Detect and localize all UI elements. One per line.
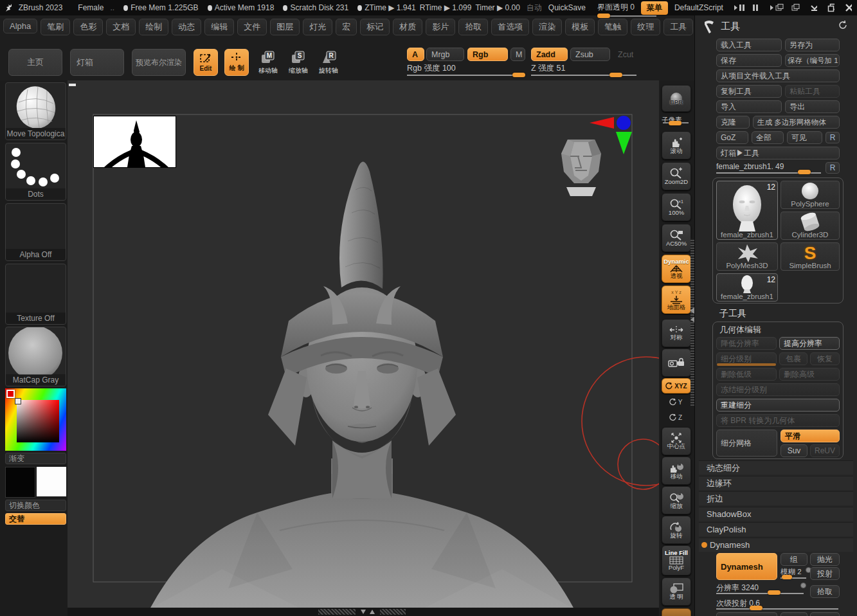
menu-button[interactable]: 菜单 bbox=[641, 1, 668, 15]
load-from-project-button[interactable]: 从项目文件载入工具 bbox=[716, 69, 840, 82]
mrgb-a-button[interactable]: A bbox=[407, 48, 424, 61]
menu-item-brush[interactable]: 笔刷 bbox=[41, 19, 70, 35]
rotate-3d-button[interactable]: 旋转 bbox=[662, 516, 691, 544]
color-picker[interactable] bbox=[5, 388, 66, 451]
load-tool-button[interactable]: 载入工具 bbox=[716, 39, 782, 51]
zadd-button[interactable]: Zadd bbox=[531, 48, 568, 61]
menu-item-render[interactable]: 渲染 bbox=[532, 19, 562, 35]
del-lower-button[interactable]: 删除低级 bbox=[716, 368, 777, 381]
reuv-button[interactable]: ReUV bbox=[810, 444, 840, 457]
goz-button[interactable]: GoZ bbox=[716, 131, 748, 144]
alpha-swatch[interactable]: Alpha Off bbox=[5, 203, 66, 261]
active-tool-slider[interactable]: female_zbrush1. 49 bbox=[716, 162, 822, 171]
divider-left-right-icons[interactable] bbox=[734, 3, 760, 12]
resolution-handle[interactable] bbox=[768, 590, 780, 595]
tool-thumb-female-large[interactable]: 12 female_zbrush1 bbox=[716, 181, 778, 240]
make-polymesh-button[interactable]: 生成 多边形网格物体 bbox=[753, 116, 840, 129]
freeze-subdiv-button[interactable]: 冻结细分级别 bbox=[716, 383, 840, 396]
ui-opacity-slider[interactable]: 界面透明 0 bbox=[597, 2, 635, 14]
resolution-slider[interactable]: 分辨率 3240 bbox=[716, 583, 805, 593]
secondary-color-swatch[interactable] bbox=[37, 467, 66, 496]
scale-axis-button[interactable]: S 缩放轴 bbox=[285, 50, 312, 76]
zcut-button[interactable]: Zcut bbox=[613, 48, 641, 61]
zsub-button[interactable]: Zsub bbox=[570, 48, 610, 61]
menu-item-movie[interactable]: 影片 bbox=[426, 19, 455, 35]
rotate-y-button[interactable]: Y bbox=[662, 395, 690, 409]
menu-item-color[interactable]: 色彩 bbox=[73, 19, 103, 35]
edit-button[interactable]: Edit bbox=[194, 49, 218, 76]
clipped-button[interactable] bbox=[780, 612, 807, 616]
menu-item-macro[interactable]: 宏 bbox=[336, 19, 357, 35]
clone-button[interactable]: 克隆 bbox=[716, 116, 750, 129]
preview-boolean-button[interactable]: 预览布尔渲染 bbox=[132, 49, 186, 76]
main-color-swatch[interactable] bbox=[5, 467, 35, 498]
tool-thumb-cylinder[interactable]: Cylinder3D bbox=[780, 212, 840, 240]
dynamesh-group-button[interactable]: 组 bbox=[780, 553, 807, 566]
dynamesh-button[interactable]: Dynamesh bbox=[716, 553, 777, 580]
tool-thumb-polysphere[interactable]: PolySphere bbox=[780, 181, 840, 209]
mrgb-button[interactable]: Mrgb bbox=[426, 48, 464, 61]
scroll-button[interactable]: 滚动 bbox=[662, 131, 691, 159]
zscript-name[interactable]: DefaultZScript bbox=[674, 3, 723, 12]
menu-item-draw[interactable]: 绘制 bbox=[139, 19, 168, 35]
section-shadowbox[interactable]: ShadowBox bbox=[699, 507, 853, 521]
menu-item-file[interactable]: 文件 bbox=[237, 19, 267, 35]
menu-item-picker[interactable]: 拾取 bbox=[458, 19, 488, 35]
active-tool-handle[interactable] bbox=[798, 170, 811, 174]
rgb-button[interactable]: Rgb bbox=[467, 48, 508, 61]
quicksave-button[interactable]: QuickSave bbox=[548, 3, 586, 12]
actual-size-button[interactable]: ×1 100% bbox=[662, 193, 691, 221]
set-pivot-button[interactable]: 中心点 bbox=[662, 427, 691, 455]
menu-item-layer[interactable]: 图层 bbox=[270, 19, 300, 35]
texture-swatch[interactable]: Texture Off bbox=[5, 264, 66, 325]
geometry-title[interactable]: 几何体编辑 bbox=[719, 324, 761, 336]
section-dynamesh[interactable]: Dynamesh bbox=[699, 538, 853, 552]
m-button[interactable]: M bbox=[510, 48, 525, 61]
brush-swatch[interactable]: Move Topologica bbox=[5, 82, 66, 140]
panel-reset-icon[interactable] bbox=[838, 20, 848, 30]
strip-partial-button[interactable] bbox=[662, 608, 691, 616]
save-as-button[interactable]: 另存为 bbox=[785, 39, 840, 51]
goz-visible-button[interactable]: 可见 bbox=[787, 131, 822, 144]
symmetry-button[interactable]: 对称 bbox=[662, 319, 691, 347]
rotate-xyz-button[interactable]: XYZ bbox=[662, 378, 691, 394]
antialias-half-button[interactable]: AC50% bbox=[662, 224, 691, 252]
resolution-dot[interactable] bbox=[800, 583, 806, 588]
hue-cursor[interactable] bbox=[6, 390, 15, 398]
save-inc-button[interactable]: 保存（编号加 1） bbox=[785, 54, 840, 67]
zoom2d-button[interactable]: Zoom2D bbox=[662, 162, 691, 190]
section-crease[interactable]: 折边 bbox=[699, 491, 853, 505]
auto-toggle[interactable]: 自动 bbox=[527, 3, 542, 14]
perspective-button[interactable]: Dynamic 透视 bbox=[662, 255, 691, 283]
z-intensity-slider[interactable]: Z 强度 51 bbox=[531, 63, 637, 74]
transparent-button[interactable]: 透 明 bbox=[662, 577, 691, 606]
tool-thumb-polymesh3d[interactable]: PolyMesh3D bbox=[716, 242, 778, 271]
rotate-axis-button[interactable]: R 旋转轴 bbox=[315, 50, 342, 76]
divide-button[interactable]: 细分网格 bbox=[716, 430, 777, 457]
scale-3d-button[interactable]: 缩放 bbox=[662, 486, 691, 514]
save-button[interactable]: 保存 bbox=[716, 54, 782, 67]
menu-item-material[interactable]: 材质 bbox=[393, 19, 422, 35]
restore-button[interactable]: 恢复 bbox=[810, 352, 840, 365]
dynamesh-blur-slider[interactable]: 模糊 2 bbox=[780, 567, 807, 577]
camera-lock-button[interactable] bbox=[662, 349, 691, 377]
dynamesh-pick-button[interactable]: 拾取 bbox=[810, 585, 840, 598]
draw-button[interactable]: 绘 制 bbox=[224, 49, 249, 76]
wrap-button[interactable]: 包裹 bbox=[779, 352, 807, 365]
move-3d-button[interactable]: 移动 bbox=[662, 457, 691, 485]
bpr-button[interactable]: BPR bbox=[662, 85, 691, 112]
goz-r-button[interactable]: R bbox=[825, 132, 840, 143]
canvas-h-scrollbar[interactable] bbox=[68, 608, 659, 616]
camera-nav-head[interactable] bbox=[561, 140, 601, 196]
tool-thumb-simplebrush[interactable]: S SimpleBrush bbox=[780, 242, 840, 271]
polyframe-button[interactable]: Line Fill PolyF bbox=[662, 545, 691, 575]
menu-item-marker[interactable]: 标记 bbox=[360, 19, 390, 35]
export-button[interactable]: 导出 bbox=[785, 100, 840, 113]
menu-item-light[interactable]: 灯光 bbox=[303, 19, 332, 35]
document-canvas[interactable] bbox=[68, 80, 659, 608]
rgb-intensity-slider[interactable]: Rgb 强度 100 bbox=[407, 63, 526, 74]
sv-cursor[interactable] bbox=[15, 398, 21, 404]
higher-res-button[interactable]: 提高分辨率 bbox=[779, 337, 840, 350]
material-swatch[interactable]: MatCap Gray bbox=[5, 327, 66, 386]
close-button[interactable] bbox=[845, 3, 852, 12]
